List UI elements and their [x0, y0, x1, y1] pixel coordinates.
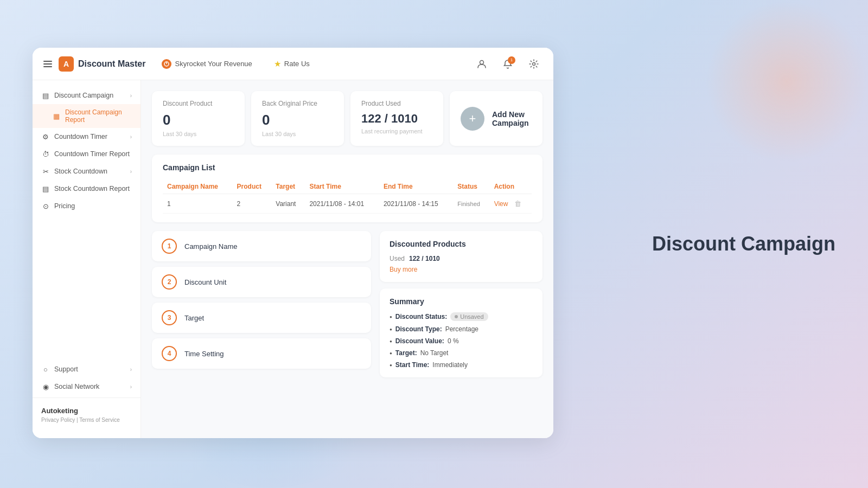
discounted-products-panel: Discounted Products Used 122 / 1010 Buy … [380, 231, 542, 282]
sidebar-legal-links: Privacy Policy | Terms of Service [41, 417, 132, 423]
row-product: 2 [233, 194, 272, 214]
sidebar-main-group: ▤ Discount Campaign › ▦ Discount Campaig… [33, 87, 141, 215]
col-end-time: End Time [379, 179, 453, 194]
rate-us-nav-item[interactable]: ★ Rate Us [269, 56, 315, 72]
table-row: 1 2 Variant 2021/11/08 - 14:01 2021/11/0… [163, 194, 532, 214]
chevron-right-icon-social: › [130, 384, 132, 390]
sidebar-item-social-network[interactable]: ◉ Social Network › [33, 378, 141, 395]
countdown-timer-icon: ⚙ [41, 132, 50, 141]
step-4-card[interactable]: 4 Time Setting [152, 338, 371, 369]
col-start-time: Start Time [305, 179, 379, 194]
stat-card-product-used: Product Used 122 / 1010 Last recurring p… [350, 91, 443, 146]
right-panels: Discounted Products Used 122 / 1010 Buy … [380, 231, 542, 377]
page-hero-title: Discount Campaign [652, 232, 835, 257]
sidebar-item-discount-campaign[interactable]: ▤ Discount Campaign › [33, 87, 141, 104]
logo-icon: A [59, 56, 74, 72]
step-1-card[interactable]: 1 Campaign Name [152, 231, 371, 261]
summary-item-target: Target: No Target [390, 349, 533, 357]
sidebar-spacer [33, 217, 141, 361]
bg-decoration-top [705, 0, 868, 163]
step-2-card[interactable]: 2 Discount Unit [152, 267, 371, 297]
summary-key-target: Target: [395, 349, 417, 357]
sidebar-bottom-group: ○ Support › ◉ Social Network › [33, 361, 141, 395]
rate-us-label: Rate Us [284, 60, 310, 68]
discounted-products-stat-row: Used 122 / 1010 [390, 255, 533, 262]
chevron-right-icon-support: › [130, 367, 132, 373]
col-product: Product [233, 179, 272, 194]
privacy-policy-link[interactable]: Privacy Policy [41, 417, 75, 423]
sidebar-item-stock-countdown[interactable]: ✂ Stock Countdown › [33, 163, 141, 180]
form-steps-container: 1 Campaign Name 2 Discount Unit 3 Target… [152, 231, 371, 377]
summary-item-discount-type: Discount Type: Percentage [390, 325, 533, 333]
sidebar-item-support[interactable]: ○ Support › [33, 361, 141, 378]
sidebar-footer: Autoketing Privacy Policy | Terms of Ser… [33, 397, 141, 432]
star-icon: ★ [274, 59, 281, 69]
app-logo: A Discount Master [59, 56, 145, 72]
row-action: View 🗑 [490, 194, 532, 214]
add-new-campaign-button[interactable]: + Add New Campaign [450, 91, 542, 146]
stat-sublabel-product-used: Last recurring payment [361, 128, 432, 134]
add-campaign-label: Add New Campaign [492, 110, 532, 127]
user-action-button[interactable] [473, 55, 490, 73]
buy-more-link[interactable]: Buy more [390, 266, 533, 273]
main-content: Discount Product 0 Last 30 days Back Ori… [141, 80, 553, 438]
summary-item-discount-status: Discount Status: Unsaved [390, 312, 533, 321]
sidebar-brand-name: Autoketing [41, 407, 132, 415]
sidebar-item-label-stock-countdown: Stock Countdown [54, 168, 107, 175]
terms-of-service-link[interactable]: Terms of Service [79, 417, 119, 423]
notification-count: 1 [508, 56, 515, 64]
app-name-label: Discount Master [78, 59, 145, 69]
sidebar-item-discount-campaign-report[interactable]: ▦ Discount Campaign Report [33, 104, 141, 128]
skyrocket-icon [162, 59, 171, 69]
step-2-label: Discount Unit [184, 278, 226, 286]
summary-item-start-time: Start Time: Immediately [390, 361, 533, 369]
sidebar-item-label-support: Support [54, 365, 78, 373]
skyrocket-nav-item[interactable]: Skyrocket Your Revenue [156, 56, 257, 72]
sidebar-item-countdown-timer-report[interactable]: ⏱ Countdown Timer Report [33, 145, 141, 163]
chevron-right-icon-3: › [130, 169, 132, 175]
step-4-label: Time Setting [184, 350, 224, 358]
view-campaign-link[interactable]: View [494, 200, 508, 208]
sidebar-item-stock-countdown-report[interactable]: ▤ Stock Countdown Report [33, 180, 141, 197]
sidebar-item-pricing[interactable]: ⊙ Pricing [33, 197, 141, 215]
summary-title: Summary [390, 297, 533, 306]
step-3-number: 3 [162, 310, 177, 325]
stats-row: Discount Product 0 Last 30 days Back Ori… [152, 91, 542, 146]
step-1-number: 1 [162, 239, 177, 254]
step-2-number: 2 [162, 274, 177, 290]
stat-value-discount-product: 0 [163, 112, 234, 129]
col-target: Target [271, 179, 305, 194]
stat-value-product-used: 122 / 1010 [361, 112, 432, 126]
hamburger-button[interactable] [43, 61, 52, 67]
settings-button[interactable] [525, 55, 542, 73]
svg-point-2 [480, 60, 484, 64]
sidebar-item-countdown-timer[interactable]: ⚙ Countdown Timer › [33, 128, 141, 145]
sidebar-item-label-countdown-timer: Countdown Timer [54, 133, 107, 140]
notification-button[interactable]: 1 [499, 55, 516, 73]
summary-value-discount-type: Percentage [445, 325, 478, 333]
main-body: ▤ Discount Campaign › ▦ Discount Campaig… [33, 80, 553, 438]
skyrocket-label: Skyrocket Your Revenue [175, 60, 252, 68]
table-header-row: Campaign Name Product Target Start Time … [163, 179, 532, 194]
support-icon: ○ [41, 365, 50, 374]
countdown-timer-report-icon: ⏱ [41, 150, 50, 158]
sidebar-item-label-pricing: Pricing [54, 202, 75, 210]
row-start-time: 2021/11/08 - 14:01 [305, 194, 379, 214]
status-badge-finished: Finished [457, 201, 480, 207]
used-label: Used [390, 255, 405, 262]
summary-key-discount-status: Discount Status: [395, 313, 447, 320]
svg-point-3 [533, 62, 535, 65]
sidebar-item-label-stock-countdown-report: Stock Countdown Report [54, 185, 130, 192]
step-4-number: 4 [162, 346, 177, 361]
chevron-right-icon: › [130, 93, 132, 99]
top-navbar: A Discount Master Skyrocket Your Revenue… [33, 48, 553, 80]
sidebar-item-label-discount-campaign: Discount Campaign [54, 92, 113, 99]
unsaved-dot [455, 315, 458, 318]
sidebar: ▤ Discount Campaign › ▦ Discount Campaig… [33, 80, 141, 438]
campaign-list-title: Campaign List [163, 163, 532, 172]
delete-campaign-button[interactable]: 🗑 [514, 200, 521, 208]
main-app-container: A Discount Master Skyrocket Your Revenue… [33, 48, 553, 438]
stat-card-back-original-price: Back Original Price 0 Last 30 days [251, 91, 344, 146]
discount-campaign-icon: ▤ [41, 91, 50, 100]
step-3-card[interactable]: 3 Target [152, 303, 371, 333]
